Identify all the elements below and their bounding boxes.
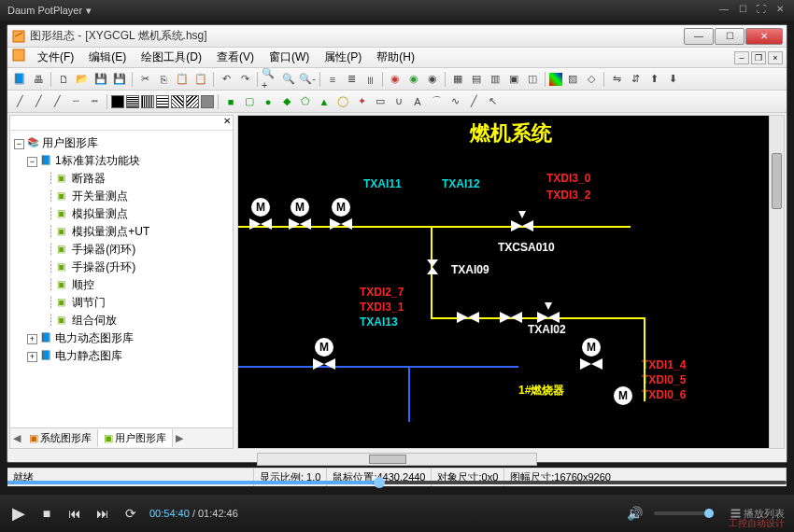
align1-icon[interactable]: ≡	[324, 71, 341, 88]
grid3-icon[interactable]: ▥	[487, 71, 503, 88]
text-icon[interactable]: ∪	[390, 93, 407, 110]
paste2-icon[interactable]: 📋	[192, 71, 209, 88]
layer1-icon[interactable]: ◉	[387, 71, 404, 88]
valve-icon[interactable]	[455, 308, 481, 327]
line5-icon[interactable]: ┉	[86, 93, 103, 110]
menu-attr[interactable]: 属性(P)	[317, 48, 369, 67]
tree-group-3[interactable]: +📘电力静态图库	[14, 347, 229, 365]
stop-button[interactable]: ■	[37, 504, 56, 523]
seek-thumb[interactable]	[374, 477, 385, 488]
align3-icon[interactable]: ⫼	[362, 71, 378, 88]
canvas[interactable]: 燃机系统 TXAI11 TXAI12 TXDI3_0 TXDI3_2 TXCSA…	[237, 115, 785, 449]
layer3-icon[interactable]: ◉	[424, 71, 441, 88]
menu-window[interactable]: 窗口(W)	[262, 48, 317, 67]
cut-icon[interactable]: ✂	[136, 71, 153, 88]
select-icon[interactable]: ↖	[484, 93, 501, 110]
menu-edit[interactable]: 编辑(E)	[81, 48, 134, 67]
mdi-minimize-button[interactable]: –	[734, 51, 749, 64]
volume-thumb[interactable]	[704, 509, 714, 518]
inner-minimize-button[interactable]: —	[684, 28, 714, 45]
close-icon[interactable]: ✕	[773, 4, 787, 17]
align2-icon[interactable]: ≣	[343, 71, 360, 88]
mdi-restore-button[interactable]: ❐	[751, 51, 766, 64]
arc-icon[interactable]: ⌒	[428, 93, 445, 110]
fill-diag2[interactable]	[186, 95, 199, 108]
menu-drawtools[interactable]: 绘图工具(D)	[134, 48, 209, 67]
open-icon[interactable]: 📂	[74, 71, 91, 88]
poly-icon[interactable]: ⬠	[297, 93, 314, 110]
prev-button[interactable]: ⏮	[65, 504, 84, 523]
scrollbar-thumb[interactable]	[772, 153, 782, 209]
zoomin-icon[interactable]: 🔍+	[262, 71, 278, 88]
line1-icon[interactable]: ╱	[11, 93, 28, 110]
fill-vlines[interactable]	[141, 95, 154, 108]
control-valve-icon[interactable]	[535, 301, 561, 325]
tab-user-lib[interactable]: ▣用户图形库	[98, 429, 173, 447]
curve-icon[interactable]: ∿	[447, 93, 463, 110]
tree-item[interactable]: ┊ ▣手操器(升环)	[14, 259, 229, 276]
volume-slider[interactable]	[654, 511, 710, 515]
flip-h-icon[interactable]: ⇋	[608, 71, 625, 88]
fill-cross[interactable]	[201, 95, 214, 108]
volume-icon[interactable]: 🔊	[626, 504, 645, 523]
diamond-icon[interactable]: ◆	[278, 93, 295, 110]
ellipse-icon[interactable]: ●	[260, 93, 276, 110]
motor-valve-icon[interactable]: M	[582, 338, 601, 357]
star-icon[interactable]: ✦	[353, 93, 370, 110]
tree-view[interactable]: −📚用户图形库 −📘1标准算法功能块 ┊ ▣断路器 ┊ ▣开关量测点 ┊ ▣模拟…	[10, 131, 233, 427]
zoomout-icon[interactable]: 🔍-	[299, 71, 316, 88]
save-icon[interactable]: 💾	[92, 71, 109, 88]
repeat-button[interactable]: ⟳	[121, 504, 140, 523]
tree-item[interactable]: ┊ ▣开关量测点	[14, 188, 229, 205]
saveall-icon[interactable]: 💾	[111, 71, 128, 88]
menu-view[interactable]: 查看(V)	[209, 48, 262, 67]
expand-icon[interactable]: +	[27, 334, 37, 344]
paste-icon[interactable]: 📋	[174, 71, 191, 88]
tree-item[interactable]: ┊ ▣调节门	[14, 294, 229, 312]
tree-item[interactable]: ┊ ▣手操器(闭环)	[14, 241, 229, 259]
inner-maximize-button[interactable]: ☐	[715, 28, 744, 45]
widget-icon[interactable]: ▭	[372, 93, 389, 110]
scrollbar-thumb[interactable]	[369, 455, 406, 464]
tab-nav-left-icon[interactable]: ◀	[10, 432, 23, 444]
text-a-icon[interactable]: A	[409, 93, 426, 110]
grid4-icon[interactable]: ▣	[505, 71, 522, 88]
menu-file[interactable]: 文件(F)	[30, 48, 81, 67]
printer-icon[interactable]: 🖶	[30, 71, 47, 88]
play-button[interactable]: ▶	[9, 504, 28, 523]
tree-item[interactable]: ┊ ▣模拟量测点+UT	[14, 223, 229, 241]
valve-icon[interactable]	[498, 308, 524, 327]
panel-close-icon[interactable]: ✕	[223, 116, 231, 130]
freeline-icon[interactable]: ╱	[465, 93, 482, 110]
grad-icon[interactable]: ▨	[564, 71, 581, 88]
line4-icon[interactable]: ┄	[67, 93, 84, 110]
fill-grid[interactable]	[156, 95, 169, 108]
maximize-icon[interactable]: ☐	[736, 4, 749, 17]
rect-icon[interactable]: ■	[222, 93, 239, 110]
circle-icon[interactable]: ◯	[334, 93, 351, 110]
tree-group-2[interactable]: +📘电力动态图形库	[14, 329, 229, 347]
mdi-close-button[interactable]: ×	[768, 51, 783, 64]
motor-valve-icon[interactable]: M	[291, 198, 309, 217]
flip-v-icon[interactable]: ⇵	[627, 71, 644, 88]
tab-nav-right-icon[interactable]: ▶	[173, 432, 186, 444]
tree-group-1[interactable]: −📘1标准算法功能块	[14, 152, 229, 170]
grid2-icon[interactable]: ▤	[468, 71, 485, 88]
toback-icon[interactable]: ⬇	[664, 71, 681, 88]
line3-icon[interactable]: ╱	[49, 93, 65, 110]
shape-icon[interactable]: ◇	[583, 71, 600, 88]
vertical-scrollbar[interactable]	[769, 116, 784, 448]
new-icon[interactable]: 🗋	[55, 71, 72, 88]
control-valve-icon[interactable]	[509, 209, 535, 233]
motor-valve-icon[interactable]: M	[315, 338, 333, 357]
grid1-icon[interactable]: ▦	[449, 71, 466, 88]
motor-valve-icon[interactable]: M	[251, 198, 270, 217]
next-button[interactable]: ⏭	[93, 504, 112, 523]
tree-item[interactable]: ┊ ▣模拟量测点	[14, 205, 229, 223]
tree-item[interactable]: ┊ ▣顺控	[14, 276, 229, 294]
tree-item[interactable]: ┊ ▣组合伺放	[14, 312, 229, 329]
redo-icon[interactable]: ↷	[236, 71, 253, 88]
roundrect-icon[interactable]: ▢	[241, 93, 258, 110]
line2-icon[interactable]: ╱	[30, 93, 47, 110]
inner-close-button[interactable]: ✕	[745, 28, 783, 45]
